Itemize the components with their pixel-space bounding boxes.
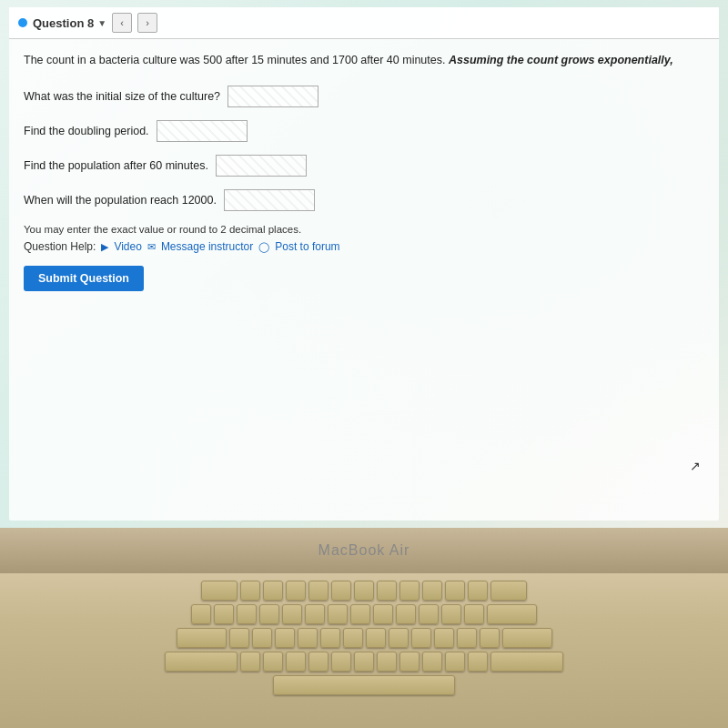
- key-f7[interactable]: [377, 581, 397, 601]
- laptop-bezel-bottom: MacBook Air: [0, 528, 728, 573]
- key-o[interactable]: [411, 628, 431, 648]
- key-f12[interactable]: [490, 581, 527, 601]
- key-f3[interactable]: [286, 581, 306, 601]
- key-k[interactable]: [399, 652, 420, 672]
- key-f6[interactable]: [354, 581, 374, 601]
- q3-label: Find the population after 60 minutes.: [24, 159, 208, 172]
- dropdown-arrow-icon[interactable]: ▼: [97, 18, 106, 28]
- key-backslash[interactable]: [502, 628, 552, 648]
- key-rbracket[interactable]: [480, 628, 500, 648]
- key-p[interactable]: [434, 628, 454, 648]
- problem-text-italic: Assuming the count grows exponentially,: [449, 54, 673, 66]
- key-r[interactable]: [298, 628, 318, 648]
- key-tab[interactable]: [177, 628, 227, 648]
- q3-input[interactable]: [216, 155, 307, 177]
- forum-icon: ◯: [258, 241, 269, 253]
- key-g[interactable]: [331, 652, 351, 672]
- key-f5[interactable]: [331, 581, 351, 601]
- key-2[interactable]: [237, 604, 257, 624]
- key-minus[interactable]: [441, 604, 461, 624]
- key-0[interactable]: [419, 604, 439, 624]
- keyboard-row-4: [18, 652, 710, 672]
- problem-text: The count in a bacteria culture was 500 …: [24, 52, 704, 69]
- key-e[interactable]: [275, 628, 295, 648]
- key-quote[interactable]: [468, 652, 488, 672]
- keyboard-row-1: [18, 581, 710, 601]
- q4-label: When will the population reach 12000.: [24, 194, 217, 207]
- prev-question-button[interactable]: ‹: [112, 13, 132, 33]
- key-8[interactable]: [373, 604, 393, 624]
- key-u[interactable]: [366, 628, 386, 648]
- laptop-screen: Question 8 ▼ ‹ › The count in a bacteria…: [0, 0, 728, 528]
- key-t[interactable]: [320, 628, 340, 648]
- problem-area: The count in a bacteria culture was 500 …: [9, 39, 719, 300]
- laptop-brand-label: MacBook Air: [318, 542, 410, 559]
- key-return[interactable]: [490, 652, 563, 672]
- keyboard-row-5: [18, 675, 710, 695]
- key-f9[interactable]: [422, 581, 442, 601]
- key-y[interactable]: [343, 628, 363, 648]
- key-lbracket[interactable]: [457, 628, 477, 648]
- key-backspace[interactable]: [487, 604, 537, 624]
- key-caps[interactable]: [165, 652, 238, 672]
- key-esc[interactable]: [201, 581, 238, 601]
- question-status-dot: [18, 18, 27, 27]
- keyboard-area: [0, 573, 728, 728]
- key-backtick[interactable]: [191, 604, 211, 624]
- q2-label: Find the doubling period.: [24, 125, 149, 137]
- key-f1[interactable]: [240, 581, 260, 601]
- key-f8[interactable]: [399, 581, 420, 601]
- cursor: ↗: [690, 459, 701, 473]
- key-i[interactable]: [389, 628, 409, 648]
- decimal-note: You may enter the exact value or round t…: [24, 224, 704, 235]
- key-4[interactable]: [282, 604, 302, 624]
- q4-input[interactable]: [224, 189, 315, 211]
- question-row-3: Find the population after 60 minutes.: [24, 155, 704, 177]
- key-7[interactable]: [350, 604, 370, 624]
- key-9[interactable]: [396, 604, 416, 624]
- problem-text-main: The count in a bacteria culture was 500 …: [24, 54, 449, 66]
- key-equals[interactable]: [464, 604, 484, 624]
- key-3[interactable]: [259, 604, 279, 624]
- top-bar: Question 8 ▼ ‹ ›: [9, 7, 719, 39]
- q1-label: What was the initial size of the culture…: [24, 90, 220, 103]
- help-label: Question Help:: [24, 240, 96, 253]
- question-row-2: Find the doubling period.: [24, 120, 704, 142]
- key-f11[interactable]: [468, 581, 488, 601]
- screen-wrapper: Question 8 ▼ ‹ › The count in a bacteria…: [0, 0, 728, 728]
- key-1[interactable]: [214, 604, 234, 624]
- content-panel: Question 8 ▼ ‹ › The count in a bacteria…: [9, 7, 719, 521]
- post-to-forum-link[interactable]: Post to forum: [275, 240, 339, 253]
- key-f2[interactable]: [263, 581, 283, 601]
- key-d[interactable]: [286, 652, 306, 672]
- help-row: Question Help: ▶ Video ✉ Message instruc…: [24, 240, 704, 253]
- key-f10[interactable]: [445, 581, 465, 601]
- key-w[interactable]: [252, 628, 272, 648]
- submit-question-button[interactable]: Submit Question: [24, 266, 144, 291]
- video-icon: ▶: [101, 241, 108, 253]
- key-f[interactable]: [308, 652, 329, 672]
- question-row-4: When will the population reach 12000.: [24, 189, 704, 211]
- video-link[interactable]: Video: [114, 240, 141, 253]
- keyboard-row-3: [18, 628, 710, 648]
- question-label: Question 8: [33, 16, 94, 30]
- message-instructor-link[interactable]: Message instructor: [161, 240, 253, 253]
- q1-input[interactable]: [228, 86, 318, 107]
- q2-input[interactable]: [157, 120, 248, 142]
- key-j[interactable]: [377, 652, 397, 672]
- keyboard-row-2: [18, 604, 710, 624]
- message-icon: ✉: [147, 241, 156, 253]
- key-h[interactable]: [354, 652, 374, 672]
- key-semicolon[interactable]: [445, 652, 465, 672]
- key-q[interactable]: [229, 628, 249, 648]
- key-space[interactable]: [273, 675, 455, 695]
- next-question-button[interactable]: ›: [137, 13, 157, 33]
- key-l[interactable]: [422, 652, 442, 672]
- question-row-1: What was the initial size of the culture…: [24, 86, 704, 107]
- key-5[interactable]: [305, 604, 325, 624]
- question-selector[interactable]: Question 8 ▼: [33, 16, 106, 30]
- key-s[interactable]: [263, 652, 283, 672]
- key-a[interactable]: [240, 652, 260, 672]
- key-f4[interactable]: [308, 581, 329, 601]
- key-6[interactable]: [328, 604, 348, 624]
